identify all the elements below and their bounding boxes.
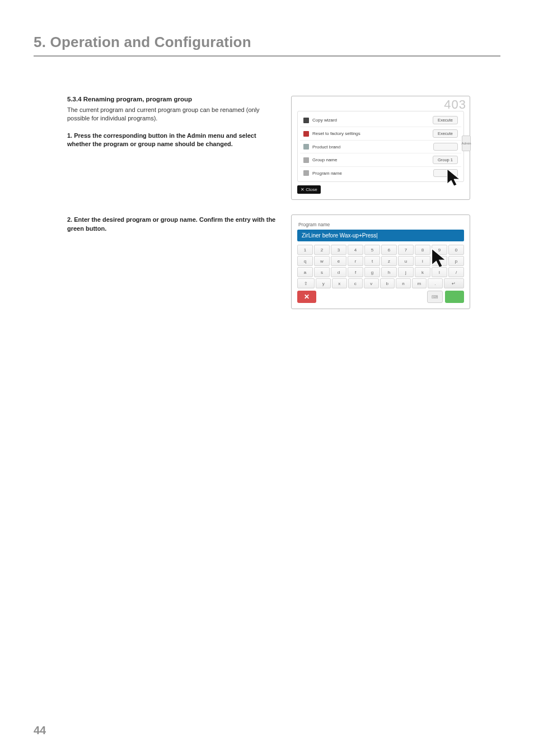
copy-icon bbox=[303, 118, 309, 123]
row-group-name: Group name Group 1 bbox=[300, 153, 461, 166]
group-name-label: Group name bbox=[312, 157, 429, 162]
cancel-button[interactable]: ✕ bbox=[297, 291, 316, 303]
key-y[interactable]: y bbox=[316, 278, 331, 288]
text-column: 5.3.4 Renaming program, program group Th… bbox=[67, 96, 280, 324]
key-u[interactable]: u bbox=[398, 256, 414, 266]
row-product-brand: Product brand bbox=[300, 140, 461, 153]
confirm-button[interactable] bbox=[445, 291, 464, 303]
brand-icon bbox=[303, 144, 309, 150]
row-copy-wizard: Copy wizard Execute bbox=[300, 114, 461, 127]
admin-side-button[interactable]: Admin bbox=[462, 136, 471, 151]
key-1[interactable]: 1 bbox=[297, 245, 313, 255]
key-r[interactable]: r bbox=[348, 256, 363, 266]
keyboard-header: Program name bbox=[298, 222, 464, 227]
title-divider bbox=[34, 55, 500, 57]
section-intro: The current program and current program … bbox=[67, 106, 280, 123]
step-1: 1. Press the corresponding button in the… bbox=[67, 132, 280, 149]
key-t[interactable]: t bbox=[364, 256, 380, 266]
key-e[interactable]: e bbox=[331, 256, 346, 266]
reset-label: Reset to factory settings bbox=[312, 131, 429, 136]
admin-panel: Copy wizard Execute Reset to factory set… bbox=[297, 111, 464, 182]
key-g[interactable]: g bbox=[364, 267, 380, 277]
key-d[interactable]: d bbox=[331, 267, 346, 277]
section-heading: 5.3.4 Renaming program, program group bbox=[67, 96, 280, 102]
key-j[interactable]: j bbox=[398, 267, 414, 277]
product-brand-label: Product brand bbox=[312, 144, 430, 150]
key-enter[interactable]: ↵ bbox=[444, 278, 464, 288]
copy-wizard-label: Copy wizard bbox=[312, 118, 429, 123]
pointer-cursor-icon bbox=[428, 246, 453, 271]
step-2: 2. Enter the desired program or group na… bbox=[67, 216, 280, 233]
key-z[interactable]: z bbox=[381, 256, 397, 266]
key-x[interactable]: x bbox=[332, 278, 347, 288]
chapter-title: 5. Operation and Configuration bbox=[34, 34, 500, 51]
key-2[interactable]: 2 bbox=[314, 245, 330, 255]
key-n[interactable]: n bbox=[396, 278, 411, 288]
figure-column: 403 Copy wizard Execute Reset to factory… bbox=[291, 96, 500, 324]
key-q[interactable]: q bbox=[297, 256, 313, 266]
page-number: 44 bbox=[34, 724, 46, 737]
copy-wizard-execute-button[interactable]: Execute bbox=[433, 116, 458, 124]
reset-icon bbox=[303, 131, 309, 137]
key-5[interactable]: 5 bbox=[364, 245, 380, 255]
key-dot[interactable]: . bbox=[428, 278, 443, 288]
group-name-button[interactable]: Group 1 bbox=[433, 156, 458, 164]
reset-execute-button[interactable]: Execute bbox=[433, 129, 458, 138]
figure-admin-menu: 403 Copy wizard Execute Reset to factory… bbox=[291, 96, 470, 200]
row-program-name: Program name bbox=[300, 166, 461, 179]
keyboard-toggle-button[interactable]: ⌨ bbox=[427, 291, 443, 303]
key-b[interactable]: b bbox=[380, 278, 395, 288]
page: 5. Operation and Configuration 5.3.4 Ren… bbox=[0, 0, 534, 756]
program-name-label: Program name bbox=[312, 171, 430, 176]
key-f[interactable]: f bbox=[348, 267, 363, 277]
key-4[interactable]: 4 bbox=[348, 245, 363, 255]
screen-number-badge: 403 bbox=[444, 97, 466, 112]
key-7[interactable]: 7 bbox=[398, 245, 414, 255]
key-shift[interactable]: ⇧ bbox=[297, 278, 315, 288]
key-w[interactable]: w bbox=[314, 256, 330, 266]
figure-keyboard: Program name ZirLiner before Wax-up+Pres… bbox=[291, 214, 470, 309]
keyboard-row-4: ⇧ y x c v b n m . ↵ bbox=[297, 278, 464, 288]
program-name-input[interactable]: ZirLiner before Wax-up+Press| bbox=[297, 230, 464, 241]
key-6[interactable]: 6 bbox=[381, 245, 397, 255]
key-v[interactable]: v bbox=[364, 278, 379, 288]
product-brand-button[interactable] bbox=[433, 143, 458, 151]
key-c[interactable]: c bbox=[348, 278, 363, 288]
key-a[interactable]: a bbox=[297, 267, 313, 277]
spacer bbox=[318, 291, 425, 303]
group-icon bbox=[303, 157, 309, 163]
key-m[interactable]: m bbox=[412, 278, 427, 288]
content-columns: 5.3.4 Renaming program, program group Th… bbox=[34, 96, 500, 324]
pointer-cursor-icon bbox=[444, 167, 466, 189]
close-button[interactable]: ✕ Close bbox=[297, 185, 321, 194]
key-s[interactable]: s bbox=[314, 267, 330, 277]
program-icon bbox=[303, 170, 309, 176]
key-3[interactable]: 3 bbox=[331, 245, 346, 255]
keyboard-bottom-row: ✕ ⌨ bbox=[297, 291, 464, 303]
row-reset: Reset to factory settings Execute bbox=[300, 127, 461, 140]
key-h[interactable]: h bbox=[381, 267, 397, 277]
program-name-small-label: Program name bbox=[298, 222, 330, 227]
